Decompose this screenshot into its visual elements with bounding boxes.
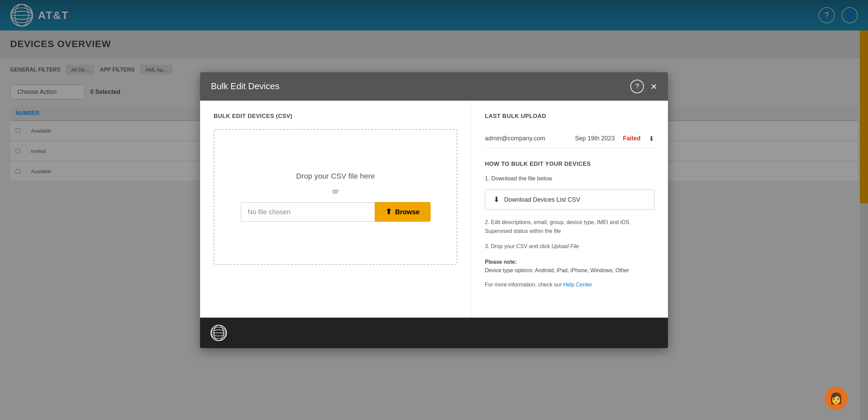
download-icon: ⬇ xyxy=(493,195,499,204)
modal-left-panel: BULK EDIT DEVICES (CSV) Drop your CSV fi… xyxy=(200,101,471,318)
chatbot-icon: 👩 xyxy=(829,392,843,405)
upload-icon: ⬆ xyxy=(386,207,392,216)
download-csv-label: Download Devices List CSV xyxy=(504,196,580,203)
step-3-description: 3. Drop your CSV and click Upload File xyxy=(485,242,654,251)
upload-status-badge: Failed xyxy=(623,135,640,142)
drop-zone[interactable]: Drop your CSV file here or No file chose… xyxy=(214,129,457,265)
footer-att-logo xyxy=(210,324,227,341)
help-center-link[interactable]: Help Center xyxy=(563,282,592,287)
file-name-display: No file chosen xyxy=(241,202,375,222)
last-upload-row: admin@company.com Sep 19th 2023 Failed ⬇ xyxy=(485,129,654,148)
modal-header: Bulk Edit Devices ? × xyxy=(200,72,668,101)
drop-zone-or: or xyxy=(333,187,339,195)
upload-email: admin@company.com xyxy=(485,135,567,142)
chatbot-avatar[interactable]: 👩 xyxy=(825,387,848,410)
step-1-label: 1. Download the file below xyxy=(485,174,654,183)
browse-label: Browse xyxy=(395,208,419,216)
upload-download-icon[interactable]: ⬇ xyxy=(649,135,654,143)
please-note-text: Device type options: Android, iPad, iPho… xyxy=(485,267,629,273)
browse-button[interactable]: ⬆ Browse xyxy=(375,202,430,222)
drop-zone-text: Drop your CSV file here xyxy=(296,172,375,181)
modal-right-panel: LAST BULK UPLOAD admin@company.com Sep 1… xyxy=(471,101,668,318)
step-3-text: 3. Drop your CSV and click Upload File xyxy=(485,243,579,249)
step-2-description: 2. Edit descriptions, email, group, devi… xyxy=(485,218,654,235)
how-to-section: HOW TO BULK EDIT YOUR DEVICES 1. Downloa… xyxy=(485,161,654,288)
please-note: Please note: Device type options: Androi… xyxy=(485,258,654,275)
bulk-edit-section-title: BULK EDIT DEVICES (CSV) xyxy=(214,113,457,120)
modal-header-actions: ? × xyxy=(630,80,657,93)
modal-close-button[interactable]: × xyxy=(651,81,657,92)
last-upload-title: LAST BULK UPLOAD xyxy=(485,113,654,120)
please-note-label: Please note: xyxy=(485,259,517,265)
help-text-prefix: For more information, check our xyxy=(485,282,563,287)
bulk-edit-modal: Bulk Edit Devices ? × BULK EDIT DEVICES … xyxy=(200,72,668,348)
modal-footer xyxy=(200,318,668,348)
modal-body: BULK EDIT DEVICES (CSV) Drop your CSV fi… xyxy=(200,101,668,318)
modal-title: Bulk Edit Devices xyxy=(211,81,279,92)
last-upload-section: LAST BULK UPLOAD admin@company.com Sep 1… xyxy=(485,113,654,148)
upload-date: Sep 19th 2023 xyxy=(575,135,615,142)
how-to-title: HOW TO BULK EDIT YOUR DEVICES xyxy=(485,161,654,167)
help-center-text: For more information, check our Help Cen… xyxy=(485,282,654,288)
file-input-row: No file chosen ⬆ Browse xyxy=(241,202,431,222)
upload-file-italic: Upload File xyxy=(552,243,579,249)
modal-help-button[interactable]: ? xyxy=(630,80,644,93)
download-csv-button[interactable]: ⬇ Download Devices List CSV xyxy=(485,189,654,210)
